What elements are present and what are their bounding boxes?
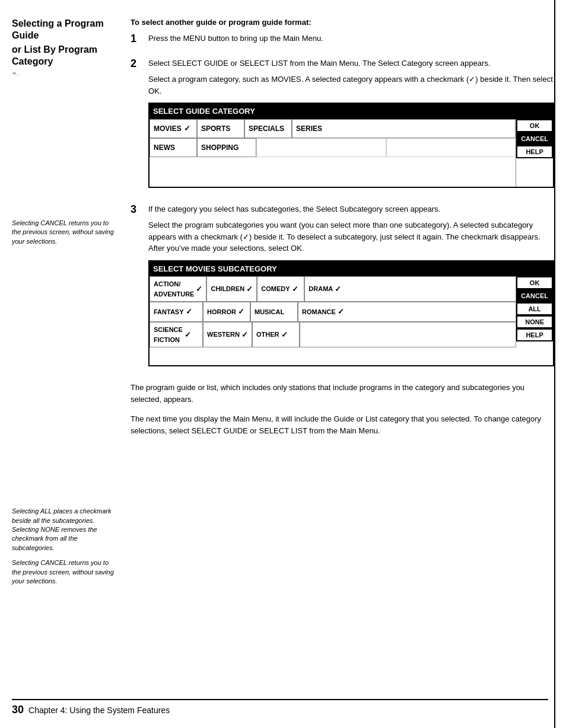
fantasy-checkmark: ✓ [186, 306, 192, 318]
sub-cell-empty [300, 322, 516, 347]
side-note-cancel2: Selecting CANCEL returns you to the prev… [12, 558, 114, 586]
romance-checkmark: ✓ [338, 306, 344, 318]
chapter-label: Chapter 4: Using the System Features [28, 705, 170, 715]
sub-cell-scifi[interactable]: SCIENCEFICTION ✓ [150, 322, 203, 347]
sub-table-row-2: FANTASY ✓ HORROR ✓ MUSICAL [150, 302, 516, 322]
children-checkmark: ✓ [246, 283, 253, 295]
sub-cell-romance[interactable]: ROMANCE ✓ [298, 302, 516, 322]
step-2-text-before: Select SELECT GUIDE or SELECT LIST from … [148, 58, 554, 69]
other-checkmark: ✓ [281, 329, 288, 341]
sub-cell-comedy[interactable]: COMEDY ✓ [257, 276, 304, 302]
guide-table-empty-area [150, 157, 516, 187]
guide-cell-movies[interactable]: MOVIES ✓ [150, 119, 197, 138]
side-note-all-none: Selecting ALL places a checkmark beside … [12, 507, 114, 553]
news-label: NEWS [154, 142, 175, 153]
guide-category-table: SELECT GUIDE CATEGORY MOVIES ✓ SPORTS [148, 103, 554, 188]
step-3-text-after: Select the program subcategories you wan… [148, 219, 554, 254]
page-footer: 30 Chapter 4: Using the System Features [12, 699, 548, 716]
step-1: 1 Press the MENU button to bring up the … [131, 33, 554, 49]
guide-table-title: SELECT GUIDE CATEGORY [150, 104, 553, 119]
comedy-label: COMEDY [261, 284, 290, 294]
guide-cell-empty2 [386, 138, 516, 157]
guide-cell-sports[interactable]: SPORTS [197, 119, 244, 138]
drama-label: DRAMA [309, 284, 333, 294]
guide-table-row-2: NEWS SHOPPING [150, 138, 516, 157]
guide-cell-series[interactable]: SERIES [292, 119, 516, 138]
fantasy-label: FANTASY [154, 307, 184, 317]
horror-label: HORROR [207, 307, 236, 317]
romance-label: ROMANCE [302, 307, 336, 317]
scifi-checkmark: ✓ [185, 329, 191, 341]
sub-cell-western[interactable]: WESTERN ✓ [203, 322, 252, 347]
sub-ok-button[interactable]: OK [516, 276, 553, 289]
guide-cell-news[interactable]: NEWS [150, 138, 197, 157]
western-label: WESTERN [207, 330, 240, 340]
sub-cell-children[interactable]: CHILDREN ✓ [206, 276, 257, 302]
sub-buttons: OK CANCEL ALL NONE HELP [516, 276, 553, 365]
musical-label: MUSICAL [255, 307, 284, 317]
drama-checkmark: ✓ [335, 283, 341, 295]
shopping-label: SHOPPING [201, 142, 239, 153]
sub-cell-action[interactable]: ACTION/ADVENTURE ✓ [150, 276, 206, 302]
sub-table-title: SELECT MOVIES SUBCATEGORY [150, 261, 553, 277]
sub-all-button[interactable]: ALL [516, 302, 553, 315]
action-label: ACTION/ADVENTURE [154, 279, 194, 299]
guide-help-button[interactable]: HELP [516, 145, 553, 158]
western-checkmark: ✓ [241, 329, 248, 341]
step-3-text-before: If the category you select has subcatego… [148, 203, 554, 215]
movies-checkmark: ✓ [184, 123, 190, 135]
guide-table-row-1: MOVIES ✓ SPORTS SPECIALS [150, 119, 516, 138]
scifi-label: SCIENCEFICTION [154, 325, 183, 344]
guide-cell-shopping[interactable]: SHOPPING [197, 138, 256, 157]
page-number: 30 [12, 704, 24, 716]
comedy-checkmark: ✓ [292, 283, 298, 295]
sub-category-table: SELECT MOVIES SUBCATEGORY ACTION/ADVENTU… [148, 260, 554, 367]
sub-help-button[interactable]: HELP [516, 328, 553, 341]
sub-cancel-button[interactable]: CANCEL [516, 289, 553, 302]
sub-table-empty-area [150, 347, 516, 365]
other-label: OTHER [256, 330, 279, 340]
children-label: CHILDREN [211, 284, 244, 294]
step-3: 3 If the category you select has subcate… [131, 203, 554, 374]
specials-label: SPECIALS [249, 123, 284, 134]
series-label: SERIES [296, 123, 322, 134]
guide-ok-button[interactable]: OK [516, 119, 553, 132]
closing-text-1: The program guide or list, which include… [131, 382, 554, 405]
section-title-line2: or List By Program Category [12, 44, 114, 68]
closing-text-2: The next time you display the Main Menu,… [131, 413, 554, 436]
sub-table-row-3: SCIENCEFICTION ✓ WESTERN ✓ OTHER ✓ [150, 322, 516, 347]
sub-none-button[interactable]: NONE [516, 315, 553, 328]
step-2: 2 Select SELECT GUIDE or SELECT LIST fro… [131, 58, 554, 195]
step-1-text: Press the MENU button to bring up the Ma… [148, 33, 554, 44]
sports-label: SPORTS [201, 123, 230, 134]
movies-label: MOVIES [154, 123, 182, 134]
guide-cancel-button[interactable]: CANCEL [516, 132, 553, 145]
side-note-cancel1: Selecting CANCEL returns you to the prev… [12, 219, 114, 246]
step-2-text-select: Select a program category, such as MOVIE… [148, 74, 554, 97]
sub-cell-musical[interactable]: MUSICAL [250, 302, 298, 322]
step-2-number: 2 [131, 58, 144, 71]
subtitle-dots: ❧.. [12, 70, 114, 76]
sub-cell-horror[interactable]: HORROR ✓ [203, 302, 250, 322]
sub-cell-drama[interactable]: DRAMA ✓ [304, 276, 516, 302]
guide-cell-specials[interactable]: SPECIALS [244, 119, 292, 138]
sub-cell-other[interactable]: OTHER ✓ [252, 322, 300, 347]
instruction-heading: To select another guide or program guide… [131, 18, 554, 27]
action-checkmark: ✓ [196, 283, 202, 295]
horror-checkmark: ✓ [238, 306, 244, 318]
section-title-line1: Selecting a Program Guide [12, 18, 114, 41]
step-3-number: 3 [131, 203, 144, 216]
guide-buttons: OK CANCEL HELP [516, 119, 553, 187]
sub-table-row-1: ACTION/ADVENTURE ✓ CHILDREN ✓ COMEDY ✓ [150, 276, 516, 302]
sub-cell-fantasy[interactable]: FANTASY ✓ [150, 302, 203, 322]
step-1-number: 1 [131, 33, 144, 46]
guide-cell-empty1 [256, 138, 386, 157]
